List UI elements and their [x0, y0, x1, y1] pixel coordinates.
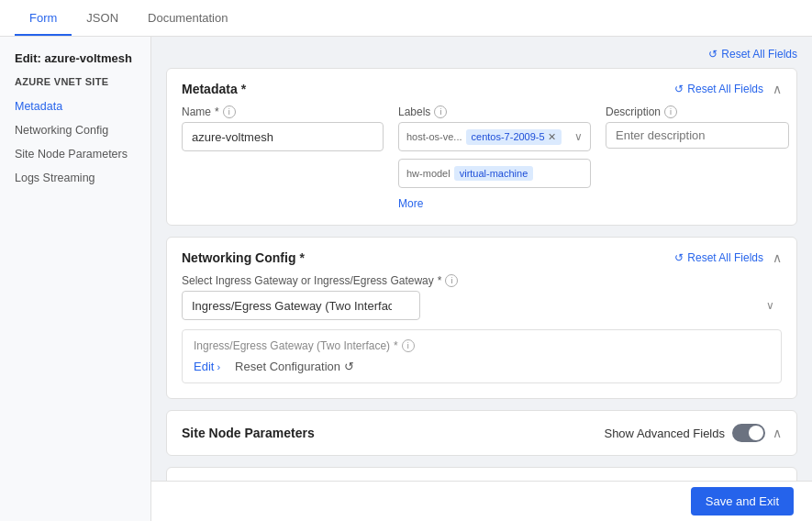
sidebar-item-networking[interactable]: Networking Config	[0, 118, 150, 142]
description-label: Description i	[606, 105, 789, 118]
networking-reset-label: Reset All Fields	[687, 251, 763, 264]
footer-bar: Save and Exit	[151, 481, 812, 521]
metadata-chevron-icon[interactable]: ∧	[773, 82, 782, 96]
label-tag-1-close[interactable]: ✕	[548, 131, 556, 143]
site-node-advanced-label: Show Advanced Fields	[604, 427, 725, 440]
metadata-section-header: Metadata * ↺ Reset All Fields ∧	[167, 69, 796, 105]
edit-arrow-icon: ›	[217, 361, 220, 372]
description-field-group: Description i	[606, 105, 789, 149]
metadata-field-row: Name * i Labels i host-os-ve...	[182, 105, 782, 210]
name-field-group: Name * i	[182, 105, 384, 151]
ingress-actions: Edit › Reset Configuration ↺	[194, 360, 770, 373]
site-node-advanced-toggle[interactable]	[732, 424, 765, 442]
select-arrow-icon: ∨	[766, 299, 774, 312]
top-tabs-bar: Form JSON Documentation	[0, 0, 812, 37]
networking-section: Networking Config * ↺ Reset All Fields ∧…	[166, 237, 797, 399]
tab-documentation[interactable]: Documentation	[133, 2, 242, 36]
ingress-config-box: Ingress/Egress Gateway (Two Interface) *…	[182, 329, 782, 383]
name-info-icon[interactable]: i	[223, 105, 236, 118]
sidebar-item-site-node[interactable]: Site Node Parameters	[0, 142, 150, 166]
metadata-header-right: ↺ Reset All Fields ∧	[674, 82, 782, 96]
gateway-select[interactable]: Ingress/Egress Gateway (Two Interface) I…	[182, 291, 420, 320]
sidebar: Edit: azure-voltmesh Azure VNET Site Met…	[0, 37, 151, 521]
reset-config-button[interactable]: Reset Configuration ↺	[235, 360, 354, 373]
reset-all-fields-button[interactable]: ↺ Reset All Fields	[708, 48, 797, 61]
labels-container-2[interactable]: hw-model virtual-machine	[398, 159, 591, 188]
select-gateway-label: Select Ingress Gateway or Ingress/Egress…	[182, 274, 782, 287]
metadata-reset-label: Reset All Fields	[687, 83, 763, 95]
description-input[interactable]	[606, 122, 789, 149]
sidebar-item-logs-streaming[interactable]: Logs Streaming	[0, 166, 150, 190]
networking-reset-button[interactable]: ↺ Reset All Fields	[674, 251, 763, 264]
save-and-exit-button[interactable]: Save and Exit	[691, 487, 794, 515]
tab-json[interactable]: JSON	[72, 2, 133, 36]
label-tag-2-value: virtual-machine	[460, 168, 528, 179]
networking-header-right: ↺ Reset All Fields ∧	[674, 250, 782, 265]
reset-config-label: Reset Configuration	[235, 360, 340, 373]
metadata-required: *	[241, 82, 246, 96]
label-tag-1-value: centos-7-2009-5	[472, 131, 545, 142]
labels-label: Labels i	[398, 105, 591, 118]
sidebar-item-metadata[interactable]: Metadata	[0, 94, 150, 118]
labels-field-group: Labels i host-os-ve... centos-7-2009-5 ✕…	[398, 105, 591, 210]
site-node-section-header: Site Node Parameters Show Advanced Field…	[167, 411, 796, 451]
main-layout: Edit: azure-voltmesh Azure VNET Site Met…	[0, 37, 812, 521]
site-node-chevron-icon[interactable]: ∧	[773, 426, 782, 440]
top-action-bar: ↺ Reset All Fields	[166, 48, 797, 61]
select-gateway-group: Select Ingress Gateway or Ingress/Egress…	[182, 274, 782, 320]
metadata-section: Metadata * ↺ Reset All Fields ∧ Name	[166, 68, 797, 226]
networking-section-header: Networking Config * ↺ Reset All Fields ∧	[167, 238, 796, 274]
ingress-config-label: Ingress/Egress Gateway (Two Interface) *…	[194, 339, 770, 352]
labels-info-icon[interactable]: i	[434, 105, 447, 118]
reset-all-fields-label: Reset All Fields	[721, 48, 797, 61]
networking-reset-icon: ↺	[674, 251, 684, 264]
more-link[interactable]: More	[398, 197, 591, 210]
reset-icon: ↺	[708, 48, 717, 61]
sidebar-section-label: Azure VNET Site	[0, 76, 150, 94]
label-key-2: hw-model	[406, 168, 450, 179]
networking-body: Select Ingress Gateway or Ingress/Egress…	[167, 274, 796, 398]
select-gateway-info-icon[interactable]: i	[445, 274, 458, 287]
label-tag-1: centos-7-2009-5 ✕	[466, 129, 562, 145]
reset-config-icon: ↺	[344, 360, 354, 373]
reset-fields-icon: ↺	[674, 83, 684, 95]
labels-container[interactable]: host-os-ve... centos-7-2009-5 ✕ ∨	[398, 122, 591, 151]
networking-title: Networking Config *	[182, 250, 305, 265]
content-area: ↺ Reset All Fields Metadata * ↺ Reset Al…	[151, 37, 812, 521]
site-node-title: Site Node Parameters	[182, 426, 315, 440]
label-tag-2: virtual-machine	[454, 166, 534, 181]
metadata-reset-button[interactable]: ↺ Reset All Fields	[674, 83, 763, 95]
metadata-title: Metadata *	[182, 82, 246, 96]
select-wrapper: Ingress/Egress Gateway (Two Interface) I…	[182, 291, 782, 320]
site-node-section: Site Node Parameters Show Advanced Field…	[166, 410, 797, 456]
description-info-icon[interactable]: i	[664, 105, 677, 118]
metadata-body: Name * i Labels i host-os-ve...	[167, 105, 796, 225]
name-input[interactable]	[182, 122, 384, 151]
sidebar-edit-title: Edit: azure-voltmesh	[0, 51, 150, 76]
label-key-1: host-os-ve...	[406, 131, 462, 142]
name-label: Name * i	[182, 105, 384, 118]
tab-form[interactable]: Form	[15, 2, 72, 36]
labels-chevron-icon[interactable]: ∨	[574, 130, 583, 143]
toggle-knob	[749, 426, 763, 440]
site-node-body	[167, 451, 796, 455]
networking-chevron-icon[interactable]: ∧	[773, 250, 782, 265]
ingress-config-info-icon[interactable]: i	[402, 339, 415, 352]
ingress-edit-link[interactable]: Edit ›	[194, 360, 220, 373]
site-node-header-right: Show Advanced Fields ∧	[604, 424, 782, 442]
